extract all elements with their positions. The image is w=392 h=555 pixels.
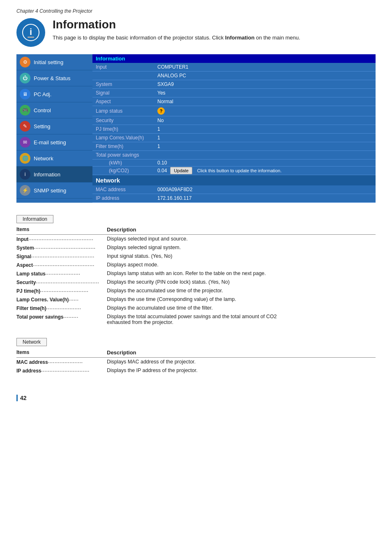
items-col-header: Items bbox=[16, 226, 107, 235]
click-info: Click this button to update the informat… bbox=[196, 167, 283, 174]
filter-time-value: 1 bbox=[154, 142, 376, 151]
aspect-label: Aspect bbox=[92, 97, 154, 106]
item-filter-time: Filter time(h)..................... bbox=[16, 304, 107, 312]
items-col-header-net: Items bbox=[16, 349, 107, 358]
desc-mac: Displays MAC address of the projector. bbox=[107, 358, 376, 367]
sidebar-item-setting[interactable]: ✎ Setting bbox=[16, 118, 92, 134]
page-number: 42 bbox=[16, 395, 27, 401]
network-tab: Network bbox=[16, 338, 47, 346]
signal-value: Yes bbox=[154, 89, 376, 97]
control-icon: 🎮 bbox=[20, 105, 30, 116]
desc-header-row: Items Description bbox=[16, 349, 376, 358]
input-label2 bbox=[92, 72, 154, 80]
item-total-power: Total power savings......... bbox=[16, 312, 107, 326]
sidebar-item-information[interactable]: i Information bbox=[16, 166, 92, 183]
system-value: SXGA9 bbox=[154, 80, 376, 89]
sidebar-item-label-power-status: Power & Status bbox=[34, 75, 71, 81]
sidebar-item-label-network: Network bbox=[34, 155, 53, 162]
desc-header-row: Items Description bbox=[16, 226, 376, 235]
sidebar: ⚙ Initial setting ⏻ Power & Status 🖥 PC … bbox=[16, 54, 92, 203]
setting-icon: ✎ bbox=[20, 121, 30, 132]
sidebar-item-initial-setting[interactable]: ⚙ Initial setting bbox=[16, 54, 92, 70]
list-item: Lamp Corres. Value(h)...... Displays the… bbox=[16, 295, 376, 304]
table-row: Signal Yes bbox=[92, 89, 376, 97]
sidebar-item-snmp-setting[interactable]: ⚡ SNMP setting bbox=[16, 183, 92, 199]
network-table: MAC address 0000A09AF8D2 IP address 172.… bbox=[92, 185, 376, 203]
table-row: (kg/CO2) 0.04 Update Click this button t… bbox=[92, 166, 376, 175]
ip-label: IP address bbox=[92, 194, 154, 203]
sidebar-item-label-control: Control bbox=[34, 107, 51, 113]
snmp-setting-icon: ⚡ bbox=[20, 185, 30, 196]
power-status-icon: ⏻ bbox=[20, 73, 30, 83]
sidebar-item-label-setting: Setting bbox=[34, 123, 50, 130]
network-section: Network bbox=[92, 175, 376, 185]
item-lamp-status: Lamp status..................... bbox=[16, 269, 107, 278]
item-signal: Signal..................................… bbox=[16, 252, 107, 261]
lamp-status-label: Lamp status bbox=[92, 106, 154, 116]
page-title-block: Information This page is to display the … bbox=[53, 18, 300, 42]
table-row: Filter time(h) 1 bbox=[92, 142, 376, 151]
desc-filter-time: Displays the accumulated use time of the… bbox=[107, 304, 376, 312]
lamp-corres-label: Lamp Corres.Value(h) bbox=[92, 134, 154, 142]
desc-col-header: Description bbox=[107, 226, 376, 235]
table-row: Aspect Normal bbox=[92, 97, 376, 106]
aspect-value: Normal bbox=[154, 97, 376, 106]
kwh-label: (kWh) bbox=[92, 160, 154, 166]
lamp-corres-value: 1 bbox=[154, 134, 376, 142]
signal-label: Signal bbox=[92, 89, 154, 97]
security-value: No bbox=[154, 116, 376, 125]
desc-lamp-corres: Displays the use time (Corresponding val… bbox=[107, 295, 376, 304]
svg-text:i: i bbox=[30, 27, 32, 37]
table-row: ANALOG PC bbox=[92, 72, 376, 80]
sidebar-item-control[interactable]: 🎮 Control bbox=[16, 102, 92, 118]
page-title: Information bbox=[53, 18, 300, 31]
info-panel-header: Information bbox=[92, 54, 376, 63]
item-lamp-corres: Lamp Corres. Value(h)...... bbox=[16, 295, 107, 304]
desc-signal: Input signal status. (Yes, No) bbox=[107, 252, 376, 261]
co2-value: 0.04 Update Click this button to update … bbox=[154, 166, 376, 175]
page-description: This page is to display the basic inform… bbox=[53, 34, 300, 42]
table-row: Total power savings bbox=[92, 151, 376, 160]
lamp-status-value: ? bbox=[154, 106, 376, 116]
sidebar-item-label-initial-setting: Initial setting bbox=[34, 59, 63, 65]
table-row: (kWh) 0.10 bbox=[92, 160, 376, 166]
sidebar-item-pc-adj[interactable]: 🖥 PC Adj. bbox=[16, 86, 92, 102]
list-item: Input...................................… bbox=[16, 235, 376, 244]
info-table: Input COMPUTER1 ANALOG PC System SXGA9 S… bbox=[92, 63, 376, 175]
info-panel: Information Input COMPUTER1 ANALOG PC Sy… bbox=[92, 54, 376, 203]
desc-aspect: Displays aspect mode. bbox=[107, 261, 376, 269]
information-tab: Information bbox=[16, 215, 53, 223]
sidebar-item-label-snmp-setting: SNMP setting bbox=[34, 187, 66, 194]
co2-label: (kg/CO2) bbox=[92, 166, 154, 175]
list-item: Filter time(h)..................... Disp… bbox=[16, 304, 376, 312]
sidebar-item-email-setting[interactable]: ✉ E-mail setting bbox=[16, 134, 92, 150]
input-label: Input bbox=[92, 63, 154, 72]
table-row: Lamp Corres.Value(h) 1 bbox=[92, 134, 376, 142]
list-item: Total power savings......... Displays th… bbox=[16, 312, 376, 326]
mac-value: 0000A09AF8D2 bbox=[154, 185, 376, 194]
desc-security: Displays the security (PIN code lock) st… bbox=[107, 278, 376, 287]
table-row: MAC address 0000A09AF8D2 bbox=[92, 185, 376, 194]
desc-input: Displays selected input and source. bbox=[107, 235, 376, 244]
information-desc-table: Items Description Input.................… bbox=[16, 226, 376, 326]
update-button[interactable]: Update bbox=[170, 167, 192, 174]
table-row: PJ time(h) 1 bbox=[92, 125, 376, 134]
list-item: System..................................… bbox=[16, 243, 376, 252]
sidebar-item-network[interactable]: 🌐 Network bbox=[16, 150, 92, 166]
item-security: Security................................… bbox=[16, 278, 107, 287]
total-power-label: Total power savings bbox=[92, 151, 154, 160]
table-row: IP address 172.16.160.117 bbox=[92, 194, 376, 203]
item-pj-time: PJ time(h)............................. bbox=[16, 287, 107, 295]
lamp-icon: ? bbox=[157, 107, 165, 115]
list-item: Security................................… bbox=[16, 278, 376, 287]
security-label: Security bbox=[92, 116, 154, 125]
desc-pj-time: Displays the accumulated use time of the… bbox=[107, 287, 376, 295]
desc-col-header-net: Description bbox=[107, 349, 376, 358]
list-item: Signal..................................… bbox=[16, 252, 376, 261]
pj-time-label: PJ time(h) bbox=[92, 125, 154, 134]
desc-total-power: Displays the total accumulated power sav… bbox=[107, 312, 376, 326]
sidebar-item-power-status[interactable]: ⏻ Power & Status bbox=[16, 70, 92, 86]
page-icon: i bbox=[16, 18, 45, 47]
desc-ip: Displays the IP address of the projector… bbox=[107, 366, 376, 375]
list-item: Lamp status..................... Display… bbox=[16, 269, 376, 278]
